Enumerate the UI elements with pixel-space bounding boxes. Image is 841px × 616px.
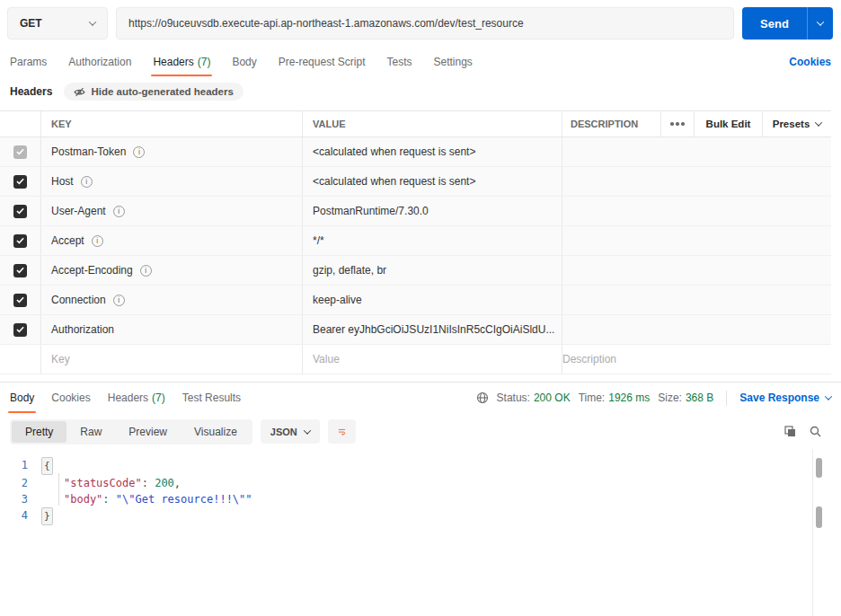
select-all-cell <box>0 111 40 136</box>
header-description[interactable] <box>562 286 831 314</box>
new-header-row <box>0 345 831 374</box>
check-icon <box>16 178 24 185</box>
info-icon[interactable]: i <box>92 235 103 247</box>
tab-pre-request-script[interactable]: Pre-request Script <box>279 47 366 76</box>
size-badge: Size: 368 B <box>658 392 713 404</box>
table-row: Hosti <calculated when request is sent> <box>0 167 831 197</box>
row-checkbox[interactable] <box>13 145 27 159</box>
wrap-lines-icon <box>338 426 346 437</box>
tab-response-body[interactable]: Body <box>10 383 34 413</box>
check-icon <box>16 237 24 244</box>
url-input[interactable] <box>116 7 734 40</box>
hide-auto-generated-headers-toggle[interactable]: Hide auto-generated headers <box>64 83 243 101</box>
send-button[interactable]: Send <box>742 7 808 40</box>
tab-count: (7) <box>152 392 165 404</box>
header-key[interactable]: Host <box>51 175 74 188</box>
header-key[interactable]: Accept <box>51 234 84 247</box>
search-button[interactable] <box>810 426 821 437</box>
info-icon[interactable]: i <box>113 206 125 217</box>
copy-icon <box>784 426 796 437</box>
view-pretty[interactable]: Pretty <box>12 421 66 443</box>
table-header-row: KEY VALUE DESCRIPTION Bulk Edit Presets <box>0 111 831 137</box>
scrollbar-thumb[interactable] <box>816 458 822 478</box>
tab-test-results[interactable]: Test Results <box>182 383 241 413</box>
header-description[interactable] <box>562 167 831 196</box>
tab-label: Headers <box>108 392 148 404</box>
view-preview[interactable]: Preview <box>115 421 181 443</box>
header-description[interactable] <box>562 226 831 255</box>
row-checkbox[interactable] <box>13 205 27 218</box>
tab-label: Cookies <box>51 392 90 404</box>
header-key[interactable]: User-Agent <box>51 205 106 217</box>
header-description[interactable] <box>562 256 831 285</box>
new-value-input[interactable] <box>313 353 536 365</box>
wrap-lines-button[interactable] <box>328 419 356 444</box>
header-key[interactable]: Authorization <box>51 323 114 336</box>
status-value: 200 OK <box>534 392 571 404</box>
format-select[interactable]: JSON <box>261 419 320 444</box>
send-options-button[interactable] <box>808 7 833 40</box>
copy-button[interactable] <box>784 426 796 437</box>
fold-widget[interactable]: } <box>41 507 53 525</box>
code-line: 3 "body": "\"Get resource!!!\"" <box>0 491 841 507</box>
header-key[interactable]: Postman-Token <box>51 145 126 158</box>
table-row: User-Agenti PostmanRuntime/7.30.0 <box>0 197 831 226</box>
new-description-input[interactable] <box>562 353 804 365</box>
header-value[interactable]: <calculated when request is sent> <box>313 175 475 188</box>
header-key[interactable]: Accept-Encoding <box>51 264 133 277</box>
header-value[interactable]: gzip, deflate, br <box>313 264 386 277</box>
tab-label: Pre-request Script <box>279 56 366 68</box>
save-response-button[interactable]: Save Response <box>739 392 831 404</box>
row-checkbox[interactable] <box>13 175 27 189</box>
new-key-input[interactable] <box>51 353 277 365</box>
row-checkbox[interactable] <box>13 323 27 337</box>
tab-authorization[interactable]: Authorization <box>68 47 131 76</box>
check-icon <box>16 296 24 304</box>
cookies-link[interactable]: Cookies <box>789 56 831 68</box>
header-key[interactable]: Connection <box>51 294 106 306</box>
header-description[interactable] <box>562 315 831 344</box>
info-icon[interactable]: i <box>113 295 125 306</box>
size-value: 368 B <box>686 392 713 404</box>
row-checkbox[interactable] <box>13 234 27 248</box>
tab-body[interactable]: Body <box>232 47 256 76</box>
tab-response-cookies[interactable]: Cookies <box>51 383 90 413</box>
tab-settings[interactable]: Settings <box>434 47 473 76</box>
info-icon[interactable]: i <box>81 176 93 188</box>
code-line: 2 "statusCode": 200, <box>0 475 841 491</box>
presets-label: Presets <box>773 119 810 129</box>
table-row: Accepti */* <box>0 226 831 256</box>
more-options-button[interactable] <box>660 111 694 136</box>
row-checkbox[interactable] <box>13 264 27 277</box>
info-icon[interactable]: i <box>133 146 145 158</box>
line-number: 3 <box>0 491 41 507</box>
view-visualize[interactable]: Visualize <box>181 421 251 443</box>
header-description[interactable] <box>562 137 831 166</box>
globe-icon[interactable] <box>476 392 489 404</box>
column-description: DESCRIPTION <box>562 111 660 136</box>
view-raw[interactable]: Raw <box>66 421 115 443</box>
header-value[interactable]: */* <box>313 234 324 247</box>
response-body-viewer[interactable]: 1 { 2 "statusCode": 200, 3 "body": "\"Ge… <box>0 449 841 616</box>
scrollbar-thumb[interactable] <box>816 506 822 528</box>
tab-response-headers[interactable]: Headers (7) <box>108 383 165 413</box>
send-button-group: Send <box>742 7 833 40</box>
header-description[interactable] <box>562 197 831 225</box>
bulk-edit-button[interactable]: Bulk Edit <box>694 111 762 136</box>
info-icon[interactable]: i <box>140 265 152 277</box>
line-number: 4 <box>0 507 41 525</box>
tab-headers[interactable]: Headers (7) <box>153 47 210 76</box>
header-value[interactable]: keep-alive <box>313 294 362 306</box>
toggle-label: Hide auto-generated headers <box>91 86 233 97</box>
tab-tests[interactable]: Tests <box>386 47 412 76</box>
header-value[interactable]: Bearer eyJhbGciOiJSUzI1NiIsInR5cCIgOiAiS… <box>313 323 554 336</box>
fold-widget[interactable]: { <box>41 457 53 475</box>
tab-params[interactable]: Params <box>10 47 47 76</box>
row-checkbox[interactable] <box>13 294 27 307</box>
tab-label: Headers <box>153 56 193 68</box>
column-value: VALUE <box>302 111 562 136</box>
header-value[interactable]: PostmanRuntime/7.30.0 <box>313 205 429 217</box>
header-value[interactable]: <calculated when request is sent> <box>313 145 475 158</box>
presets-button[interactable]: Presets <box>762 111 831 136</box>
method-select[interactable]: GET <box>7 7 108 40</box>
